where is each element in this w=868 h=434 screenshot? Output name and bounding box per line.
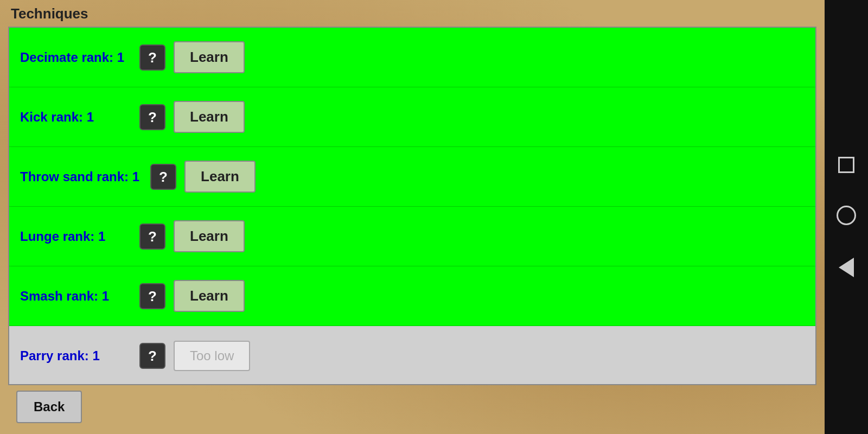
learn-button-throw-sand[interactable]: Learn xyxy=(184,161,256,193)
learn-button-smash[interactable]: Learn xyxy=(174,280,245,312)
question-mark-icon: ? xyxy=(148,289,157,303)
technique-row-parry: Parry rank: 1?Too low xyxy=(9,326,815,385)
question-mark-icon: ? xyxy=(148,50,157,65)
technique-name-parry: Parry rank: 1 xyxy=(20,348,129,363)
bottom-bar: Back xyxy=(8,385,816,429)
stop-button-icon[interactable] xyxy=(838,157,854,173)
question-mark-icon: ? xyxy=(148,110,157,124)
technique-name-smash: Smash rank: 1 xyxy=(20,289,129,304)
technique-row-throw-sand: Throw sand rank: 1?Learn xyxy=(9,147,815,207)
info-button-decimate[interactable]: ? xyxy=(139,44,165,71)
main-area: Techniques Decimate rank: 1?LearnKick ra… xyxy=(0,0,825,434)
technique-row-smash: Smash rank: 1?Learn xyxy=(9,266,815,326)
back-button-icon[interactable] xyxy=(839,258,854,277)
technique-row-decimate: Decimate rank: 1?Learn xyxy=(9,28,815,87)
home-button-icon[interactable] xyxy=(837,206,856,225)
info-button-lunge[interactable]: ? xyxy=(139,224,165,250)
question-mark-icon: ? xyxy=(159,170,168,184)
question-mark-icon: ? xyxy=(148,349,157,363)
info-button-smash[interactable]: ? xyxy=(139,283,165,309)
learn-button-decimate[interactable]: Learn xyxy=(174,41,245,73)
question-mark-icon: ? xyxy=(148,229,157,244)
technique-row-kick: Kick rank: 1?Learn xyxy=(9,87,815,147)
technique-row-lunge: Lunge rank: 1?Learn xyxy=(9,207,815,266)
techniques-list: Decimate rank: 1?LearnKick rank: 1?Learn… xyxy=(8,27,816,385)
learn-button-kick[interactable]: Learn xyxy=(174,101,245,133)
back-button[interactable]: Back xyxy=(16,391,82,423)
technique-name-lunge: Lunge rank: 1 xyxy=(20,229,129,244)
info-button-throw-sand[interactable]: ? xyxy=(150,164,176,190)
technique-name-throw-sand: Throw sand rank: 1 xyxy=(20,169,139,184)
page-title: Techniques xyxy=(8,5,816,22)
learn-button-lunge[interactable]: Learn xyxy=(174,220,245,252)
info-button-kick[interactable]: ? xyxy=(139,104,165,130)
technique-name-decimate: Decimate rank: 1 xyxy=(20,50,129,65)
info-button-parry[interactable]: ? xyxy=(139,343,165,369)
technique-name-kick: Kick rank: 1 xyxy=(20,110,129,125)
android-nav-bar xyxy=(825,0,868,434)
too-low-button-parry: Too low xyxy=(174,341,250,371)
